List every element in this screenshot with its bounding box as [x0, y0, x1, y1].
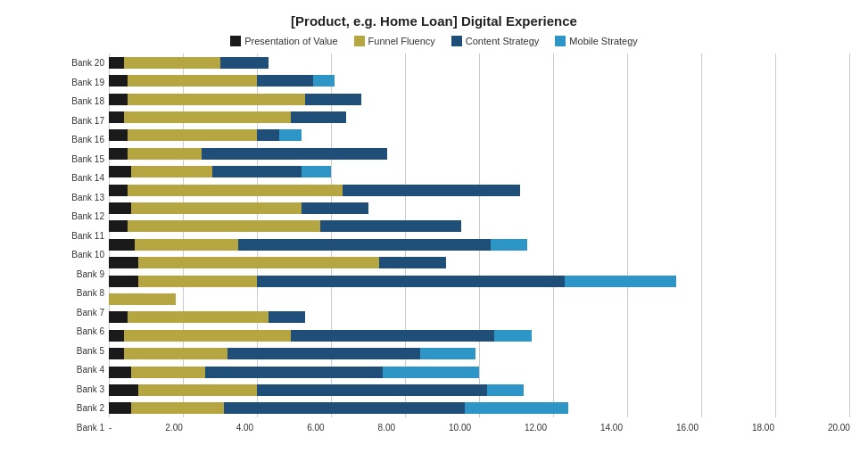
- bar-segment-pov: [109, 330, 124, 342]
- bar-segment-cs: [205, 367, 383, 378]
- bar-segment-pov: [109, 348, 124, 359]
- bar-segment-cs: [291, 111, 346, 123]
- bar-segment-ff: [138, 276, 257, 287]
- bar-segment-ff: [135, 239, 238, 251]
- x-axis-label: 16.00: [676, 423, 699, 433]
- y-axis-label: Bank 2: [62, 399, 104, 418]
- y-axis: Bank 20Bank 19Bank 18Bank 17Bank 16Bank …: [62, 54, 109, 437]
- bar-row: [109, 272, 850, 290]
- bar-segment-pov: [109, 57, 124, 69]
- y-axis-label: Bank 8: [62, 284, 104, 303]
- bar-segment-cs: [238, 239, 491, 251]
- bar-segment-ms: [465, 402, 568, 414]
- bar-segment-pov: [109, 166, 131, 177]
- bar-row: [109, 71, 850, 89]
- bar-segment-cs: [227, 348, 420, 359]
- bar-segment-ff: [131, 202, 302, 214]
- bar-segment-cs: [224, 402, 465, 414]
- bar-segment-cs: [343, 185, 520, 196]
- bar-row: [109, 181, 850, 199]
- bar-segment-ms: [383, 367, 479, 378]
- bar-segment-cs: [220, 57, 269, 69]
- y-axis-label: Bank 9: [62, 265, 104, 284]
- x-axis-label: 8.00: [378, 423, 395, 433]
- bar-segment-ff: [131, 367, 205, 378]
- bar-row: [109, 400, 850, 417]
- bar-segment-pov: [109, 367, 131, 378]
- bar-row: [109, 290, 850, 308]
- legend: Presentation of ValueFunnel FluencyConte…: [18, 36, 850, 46]
- bar-row: [109, 253, 850, 271]
- bars-area: -2.004.006.008.0010.0012.0014.0016.0018.…: [109, 54, 850, 437]
- x-axis-label: 14.00: [600, 423, 623, 433]
- bar-segment-pov: [109, 185, 128, 196]
- bar-segment-ff: [124, 348, 227, 359]
- y-axis-label: Bank 10: [62, 245, 104, 265]
- y-axis-label: Bank 3: [62, 380, 104, 400]
- bar-row: [109, 90, 850, 108]
- bar-segment-cs: [257, 129, 279, 141]
- y-axis-label: Bank 20: [62, 54, 104, 73]
- bar-segment-pov: [109, 148, 128, 160]
- bar-row: [109, 345, 850, 363]
- bar-segment-cs: [291, 330, 495, 342]
- y-axis-label: Bank 7: [62, 303, 104, 323]
- x-axis-label: 18.00: [752, 423, 774, 433]
- x-axis: -2.004.006.008.0010.0012.0014.0016.0018.…: [109, 417, 850, 437]
- bar-segment-ff: [124, 111, 291, 123]
- bar-segment-ff: [128, 94, 305, 105]
- bar-segment-ff: [128, 129, 257, 141]
- x-axis-label: 12.00: [525, 423, 547, 433]
- bar-row: [109, 127, 850, 144]
- y-axis-label: Bank 5: [62, 342, 104, 361]
- bar-segment-ff: [138, 384, 257, 396]
- bar-segment-cs: [302, 202, 368, 214]
- y-axis-label: Bank 15: [62, 150, 104, 169]
- bar-segment-ms: [313, 75, 335, 87]
- bar-segment-ff: [138, 257, 379, 268]
- bar-segment-cs: [257, 384, 487, 396]
- bar-segment-cs: [257, 276, 565, 287]
- bar-segment-cs: [202, 148, 387, 160]
- bar-segment-ms: [491, 239, 528, 251]
- bar-segment-pov: [109, 276, 138, 287]
- bar-segment-ms: [494, 330, 532, 342]
- bar-segment-ff: [128, 75, 257, 87]
- y-axis-label: Bank 1: [62, 418, 104, 438]
- bar-segment-ff: [128, 311, 269, 323]
- bar-segment-pov: [109, 220, 128, 232]
- y-axis-label: Bank 11: [62, 227, 104, 246]
- bar-segment-pov: [109, 111, 124, 123]
- chart-title: [Product, e.g. Home Loan] Digital Experi…: [18, 13, 850, 29]
- x-axis-label: 6.00: [307, 423, 324, 433]
- chart-container: [Product, e.g. Home Loan] Digital Experi…: [0, 0, 868, 470]
- y-axis-label: Bank 6: [62, 322, 104, 342]
- bar-segment-ff: [128, 148, 202, 160]
- y-axis-label: Bank 16: [62, 130, 104, 150]
- bar-segment-pov: [109, 239, 135, 251]
- y-axis-label: Bank 19: [62, 73, 104, 93]
- bar-row: [109, 235, 850, 253]
- legend-item: Mobile Strategy: [555, 36, 637, 46]
- bar-segment-pov: [109, 402, 131, 414]
- bar-segment-ms: [279, 129, 302, 141]
- bar-row: [109, 218, 850, 235]
- y-axis-label: Bank 18: [62, 92, 104, 111]
- bar-segment-ms: [420, 348, 475, 359]
- legend-item: Funnel Fluency: [354, 36, 435, 46]
- x-axis-label: -: [109, 423, 112, 433]
- bar-row: [109, 326, 850, 344]
- bar-row: [109, 144, 850, 162]
- bar-segment-ms: [487, 384, 525, 396]
- legend-color-swatch: [230, 36, 241, 46]
- bar-segment-pov: [109, 129, 128, 141]
- y-axis-label: Bank 13: [62, 188, 104, 208]
- bar-segment-ms: [565, 276, 676, 287]
- bar-segment-pov: [109, 75, 128, 87]
- x-axis-label: 2.00: [165, 423, 182, 433]
- legend-color-swatch: [451, 36, 462, 46]
- bar-segment-ff: [124, 57, 220, 69]
- y-axis-label: Bank 14: [62, 169, 104, 188]
- bar-segment-ff: [124, 330, 291, 342]
- bar-segment-cs: [212, 166, 302, 177]
